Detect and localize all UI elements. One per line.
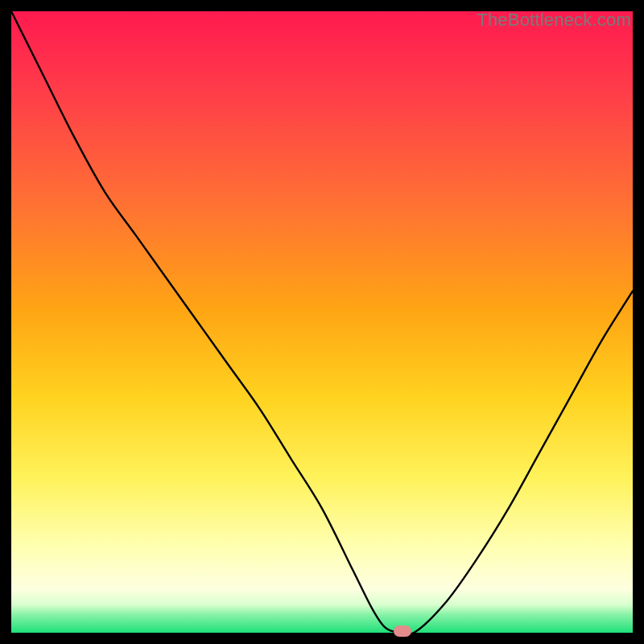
- bottleneck-curve: [11, 11, 633, 633]
- optimum-marker: [394, 625, 411, 637]
- watermark-text: TheBottleneck.com: [477, 10, 631, 31]
- chart-frame: TheBottleneck.com: [11, 11, 633, 633]
